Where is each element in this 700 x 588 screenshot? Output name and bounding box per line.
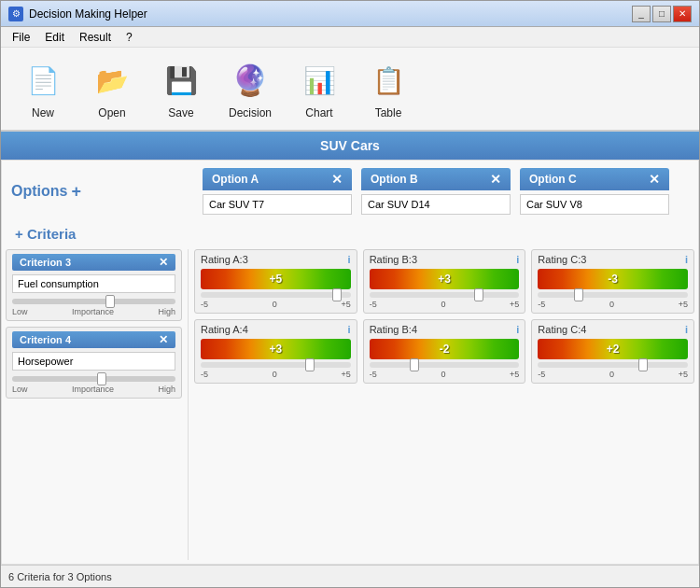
menu-result[interactable]: Result [72, 29, 119, 46]
table-label: Table [375, 106, 402, 119]
chart-button[interactable]: 📊 Chart [287, 53, 352, 124]
criterion-3-input[interactable] [12, 274, 175, 293]
rating-b3-scale-max: +5 [510, 300, 519, 309]
toolbar: 📄 New 📂 Open 💾 Save 🔮 Decision 📊 Chart 📋… [1, 48, 699, 132]
rating-a3-info[interactable]: i [348, 254, 351, 265]
menu-file[interactable]: File [5, 29, 37, 46]
rating-c4-label: Rating C:4 [538, 324, 586, 335]
option-b-input[interactable] [361, 194, 511, 215]
option-b-title: Option B [371, 173, 418, 186]
right-panel: Rating A:3 i +5 -5 0 + [188, 249, 694, 560]
criterion-4-input[interactable] [12, 352, 175, 371]
rating-a4-thumb[interactable] [305, 358, 315, 371]
rating-c3-info[interactable]: i [685, 254, 688, 265]
rating-a4-scale-mid: 0 [273, 370, 277, 379]
rating-c4-box: Rating C:4 i +2 -5 0 + [531, 319, 694, 384]
window-title: Decision Making Helper [29, 7, 147, 21]
rating-b3-info[interactable]: i [516, 254, 519, 265]
option-c-title: Option C [529, 173, 577, 186]
options-label: Options [11, 183, 67, 200]
rating-c4-slider [538, 362, 688, 368]
menu-help[interactable]: ? [119, 29, 140, 46]
option-a-close[interactable]: ✕ [331, 172, 343, 187]
open-button[interactable]: 📂 Open [79, 53, 145, 124]
options-controls: Options + [11, 183, 193, 200]
rating-c4-header: Rating C:4 i [538, 324, 688, 335]
rating-b4-info[interactable]: i [516, 324, 519, 335]
criterion-4-slider-labels: Low Importance High [12, 385, 175, 394]
rating-c3-scale-max: +5 [679, 300, 688, 309]
save-button[interactable]: 💾 Save [148, 53, 214, 124]
rating-c4-scale-min: -5 [538, 370, 545, 379]
rating-c3-scale-mid: 0 [609, 300, 614, 309]
rating-b4-scale-mid: 0 [441, 370, 445, 379]
criterion-3-title: Criterion 3 [20, 257, 71, 268]
table-icon: 📋 [366, 58, 411, 103]
rating-b3-slider [370, 292, 520, 298]
grid-area: Criterion 3 ✕ Low Importance High [2, 249, 698, 564]
criterion-3-close[interactable]: ✕ [159, 256, 168, 269]
option-a-col: Option A ✕ [203, 168, 352, 215]
rating-c3-slider [538, 292, 688, 298]
new-button[interactable]: 📄 New [10, 53, 76, 124]
chart-icon: 📊 [297, 58, 342, 103]
criterion-3-slider-labels: Low Importance High [12, 307, 175, 316]
rating-c3-label: Rating C:3 [538, 254, 586, 265]
criterion-4-close[interactable]: ✕ [159, 333, 168, 346]
criterion-3-slider-container: Low Importance High [12, 297, 175, 316]
maximize-button[interactable]: □ [652, 6, 671, 22]
rating-c4-bar: +2 [538, 339, 688, 359]
minimize-button[interactable]: _ [632, 6, 651, 22]
rating-a4-slider [201, 362, 351, 368]
criterion-4-slider-thumb[interactable] [97, 372, 106, 385]
option-b-col: Option B ✕ [361, 168, 511, 215]
open-label: Open [98, 106, 125, 119]
rating-a4-value: +3 [269, 343, 282, 356]
option-c-input[interactable] [520, 194, 669, 215]
rating-c3-box: Rating C:3 i -3 -5 0 + [531, 249, 694, 314]
decision-button[interactable]: 🔮 Decision [217, 53, 283, 124]
rating-c3-scale: -5 0 +5 [538, 300, 688, 309]
criterion-4-box: Criterion 4 ✕ Low Importance High [6, 327, 182, 399]
left-panel: Criterion 3 ✕ Low Importance High [6, 249, 188, 560]
rating-b3-scale-min: -5 [370, 300, 377, 309]
new-label: New [32, 106, 54, 119]
rating-c3-value: -3 [608, 273, 618, 286]
rating-c4-scale-max: +5 [679, 370, 688, 379]
rating-c4-info[interactable]: i [685, 324, 688, 335]
add-criteria-button[interactable]: + Criteria [15, 226, 76, 242]
add-option-button[interactable]: + [71, 183, 81, 200]
rating-b4-thumb[interactable] [410, 358, 419, 371]
rating-c3-thumb[interactable] [574, 288, 583, 301]
rating-a3-scale-max: +5 [341, 300, 350, 309]
close-button[interactable]: ✕ [673, 6, 692, 22]
option-a-input[interactable] [203, 194, 352, 215]
rating-a4-header: Rating A:4 i [201, 324, 351, 335]
rating-a3-bar: +5 [201, 269, 351, 289]
rating-a3-box: Rating A:3 i +5 -5 0 + [194, 249, 357, 314]
rating-a3-thumb[interactable] [332, 288, 342, 301]
rating-b4-header: Rating B:4 i [370, 324, 520, 335]
rating-b3-thumb[interactable] [474, 288, 483, 301]
rating-b4-value: -2 [440, 343, 450, 356]
table-button[interactable]: 📋 Table [356, 53, 421, 124]
rating-b4-scale-max: +5 [510, 370, 519, 379]
ratings-row-4: Rating A:4 i +3 -5 0 + [194, 319, 694, 384]
criterion-4-high-label: High [158, 385, 175, 394]
option-a-header: Option A ✕ [203, 168, 352, 190]
open-icon: 📂 [90, 58, 134, 103]
menu-bar: File Edit Result ? [1, 27, 699, 48]
rating-c4-thumb[interactable] [638, 358, 648, 371]
option-b-close[interactable]: ✕ [490, 172, 501, 187]
menu-edit[interactable]: Edit [37, 29, 72, 46]
option-c-close[interactable]: ✕ [649, 172, 660, 187]
criterion-3-slider-thumb[interactable] [105, 295, 115, 308]
rating-a4-info[interactable]: i [348, 324, 351, 335]
rating-b4-label: Rating B:4 [370, 324, 417, 335]
rating-a3-label: Rating A:3 [201, 254, 248, 265]
rating-b4-scale-min: -5 [370, 370, 377, 379]
criteria-row: + Criteria [2, 222, 698, 249]
chart-label: Chart [305, 106, 332, 119]
option-c-header: Option C ✕ [520, 168, 669, 190]
rating-b4-scale: -5 0 +5 [370, 370, 520, 379]
